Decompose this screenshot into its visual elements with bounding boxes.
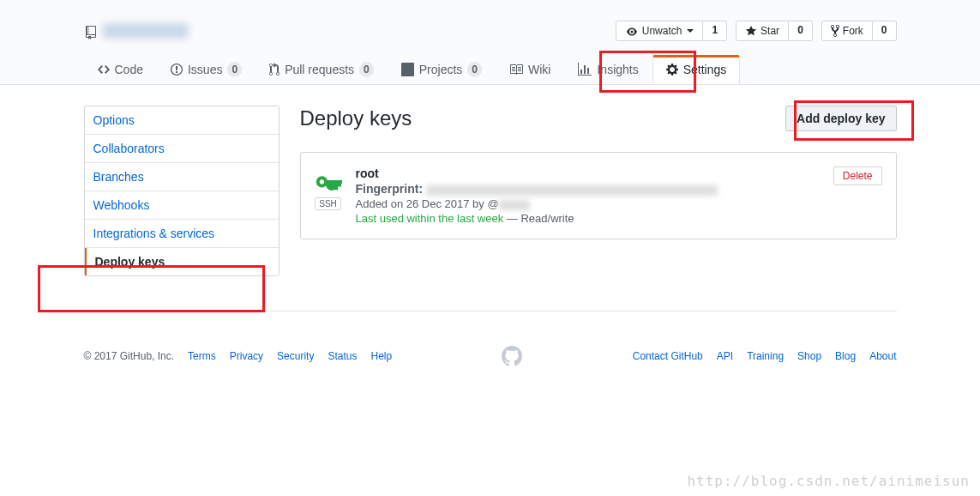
footer-link-training[interactable]: Training — [747, 350, 784, 362]
fork-count[interactable]: 0 — [873, 21, 897, 41]
sidebar-item-collaborators[interactable]: Collaborators — [85, 135, 279, 163]
code-icon — [98, 63, 110, 76]
fingerprint-label: Fingerprint: — [356, 182, 424, 196]
github-logo-icon[interactable] — [502, 346, 522, 366]
delete-key-button[interactable]: Delete — [833, 166, 882, 185]
unwatch-button[interactable]: Unwatch — [616, 21, 704, 41]
repo-title — [84, 22, 189, 40]
graph-icon — [578, 63, 592, 76]
tab-issues[interactable]: Issues 0 — [157, 55, 256, 84]
fork-icon — [831, 24, 839, 38]
tab-wiki[interactable]: Wiki — [496, 55, 564, 84]
sidebar-item-integrations[interactable]: Integrations & services — [85, 220, 279, 248]
sidebar-item-options[interactable]: Options — [85, 106, 279, 135]
star-button[interactable]: Star — [736, 21, 789, 41]
tab-projects[interactable]: Projects 0 — [388, 55, 496, 84]
issue-icon — [171, 63, 183, 76]
watch-count[interactable]: 1 — [703, 21, 727, 41]
footer-link-terms[interactable]: Terms — [188, 350, 216, 362]
repo-nav: Code Issues 0 Pull requests 0 Projects 0… — [84, 55, 897, 84]
sidebar-item-webhooks[interactable]: Webhooks — [85, 191, 279, 220]
footer-link-status[interactable]: Status — [328, 350, 357, 362]
footer-link-shop[interactable]: Shop — [797, 350, 821, 362]
footer: © 2017 GitHub, Inc. Terms Privacy Securi… — [84, 311, 897, 401]
added-text: Added on 26 Dec 2017 by @ — [356, 197, 499, 210]
pr-icon — [269, 63, 280, 76]
fingerprint-redacted — [426, 185, 718, 196]
repo-icon — [84, 22, 98, 40]
fork-button[interactable]: Fork — [821, 21, 873, 41]
gear-icon — [666, 63, 678, 76]
settings-menu: Options Collaborators Branches Webhooks … — [84, 106, 280, 276]
sidebar-item-deploy-keys[interactable]: Deploy keys — [85, 248, 279, 275]
project-icon — [401, 63, 414, 76]
star-icon — [745, 25, 757, 37]
add-deploy-key-button[interactable]: Add deploy key — [785, 106, 896, 131]
footer-link-security[interactable]: Security — [277, 350, 314, 362]
tab-insights[interactable]: Insights — [564, 55, 652, 84]
user-redacted — [499, 200, 530, 210]
chevron-down-icon — [687, 29, 694, 33]
book-icon — [509, 63, 523, 76]
star-count[interactable]: 0 — [789, 21, 813, 41]
footer-link-contact[interactable]: Contact GitHub — [633, 350, 703, 362]
key-name: root — [356, 166, 379, 180]
footer-link-help[interactable]: Help — [370, 350, 392, 362]
key-type-badge: SSH — [315, 197, 341, 210]
tab-code[interactable]: Code — [84, 55, 157, 84]
tab-pull-requests[interactable]: Pull requests 0 — [256, 55, 388, 84]
pagehead-actions: Unwatch 1 Star 0 Fork — [616, 21, 897, 41]
eye-icon — [625, 25, 639, 37]
deploy-key-row: SSH root Fingerprint: Added on 26 Dec 20… — [301, 153, 896, 239]
footer-link-about[interactable]: About — [869, 350, 896, 362]
key-icon — [315, 166, 342, 194]
page-title: Deploy keys — [300, 106, 412, 130]
sidebar-item-branches[interactable]: Branches — [85, 163, 279, 191]
footer-link-blog[interactable]: Blog — [835, 350, 856, 362]
last-used-text: Last used within the last week — [356, 212, 504, 225]
access-text: — Read/write — [503, 212, 574, 225]
deploy-keys-list: SSH root Fingerprint: Added on 26 Dec 20… — [300, 152, 897, 239]
tab-settings[interactable]: Settings — [652, 55, 741, 84]
footer-link-privacy[interactable]: Privacy — [230, 350, 263, 362]
copyright: © 2017 GitHub, Inc. — [84, 350, 175, 362]
repo-name-redacted — [103, 23, 189, 39]
footer-link-api[interactable]: API — [717, 350, 733, 362]
